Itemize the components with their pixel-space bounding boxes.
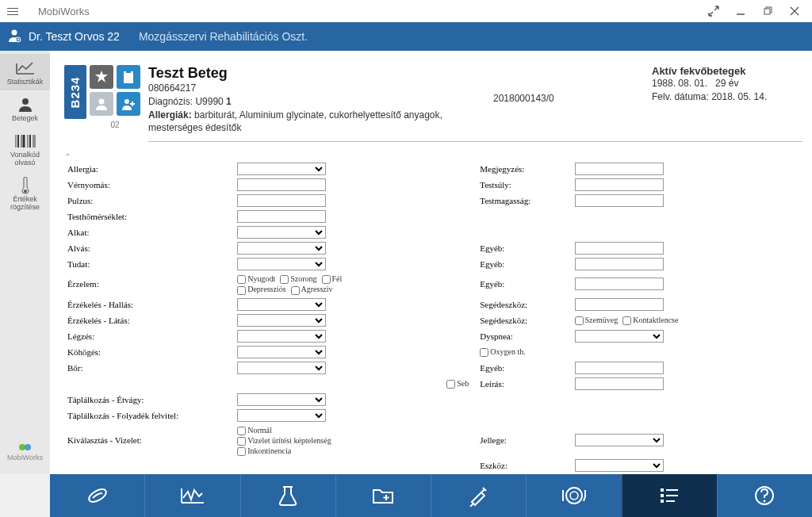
select-dyspnea[interactable] [575, 330, 664, 343]
svg-point-20 [86, 487, 108, 504]
svg-rect-27 [666, 495, 678, 496]
cb-fel[interactable] [322, 275, 331, 284]
select-legzes[interactable] [237, 330, 326, 343]
cb-nyugodt[interactable] [237, 275, 246, 284]
favorite-icon[interactable] [90, 65, 113, 89]
label-vernyomas: Vérnyomás: [64, 177, 234, 193]
cb-kontaktlencse[interactable] [622, 316, 631, 325]
admission-date: Felv. dátuma: 2018. 05. 14. [652, 90, 802, 104]
case-number: 2018000143/0 [493, 92, 554, 105]
patient-person-icon[interactable] [90, 92, 113, 116]
input-pulzus[interactable] [237, 194, 326, 207]
label-testmagassag: Testmagasság: [477, 193, 571, 209]
department-name: Mozgásszervi Rehabilitációs Oszt. [139, 30, 308, 43]
select-tudat[interactable] [237, 258, 326, 270]
input-vernyomas[interactable] [237, 178, 326, 191]
input-testsuly[interactable] [575, 178, 664, 191]
cb-vizelet-urites[interactable] [237, 437, 246, 446]
select-latas[interactable] [237, 314, 326, 327]
cb-szorong[interactable] [280, 275, 289, 284]
svg-point-19 [124, 99, 129, 104]
tab-form[interactable] [622, 474, 717, 517]
label-etvagy: Táplálkozás - Étvágy: [64, 392, 234, 408]
tab-lab[interactable] [240, 474, 335, 517]
svg-point-13 [24, 190, 27, 193]
patient-status: Aktív fekvőbetegek [652, 65, 802, 77]
label-egyeb1: Egyéb: [477, 240, 571, 256]
clipboard-icon[interactable] [117, 65, 140, 89]
input-testmagassag[interactable] [575, 194, 664, 207]
nav-values-label: Értékek rögzítése [0, 195, 50, 211]
svg-point-2 [12, 29, 17, 35]
restore-icon[interactable] [761, 5, 774, 17]
tab-injection[interactable] [431, 474, 526, 517]
label-folyadek: Táplálkozás - Folyadék felvitel: [64, 408, 234, 423]
label-erzelem: Érzelem: [64, 272, 234, 296]
select-eszkoz[interactable] [575, 459, 664, 472]
bottom-tabs [50, 474, 812, 517]
cb-depresszios[interactable] [237, 286, 246, 295]
minimize-icon[interactable] [734, 5, 747, 17]
nav-stats-label: Statisztikák [7, 78, 44, 86]
cb-szemuveg[interactable] [575, 316, 584, 325]
label-dyspnea: Dyspnea: [477, 328, 571, 344]
add-patient-icon[interactable] [117, 92, 140, 116]
tab-vitals[interactable] [144, 474, 239, 517]
input-segedeszk1[interactable] [575, 298, 664, 311]
close-icon[interactable] [788, 5, 801, 17]
label-allergia: Allergia: [64, 161, 234, 177]
cb-vizelet-normal[interactable] [237, 427, 246, 435]
label-pulzus: Pulzus: [64, 193, 234, 209]
select-jellege[interactable] [575, 434, 664, 446]
label-segedeszk1: Segédeszköz: [477, 297, 571, 312]
label-kohoges: Köhögés: [64, 344, 234, 360]
svg-point-21 [566, 488, 582, 504]
select-kohoges[interactable] [237, 346, 326, 358]
input-megjegyzes[interactable] [575, 163, 664, 175]
select-bor[interactable] [237, 362, 326, 374]
expand-icon[interactable] [707, 5, 720, 17]
hamburger-menu[interactable] [3, 8, 22, 15]
cb-seb[interactable] [446, 380, 455, 389]
patient-count: 02 [90, 121, 140, 129]
nav-barcode[interactable]: Vonalkód olvasó [0, 127, 50, 171]
patient-diagnosis: Diagnózis: U9990 1 [148, 95, 462, 109]
svg-point-18 [99, 99, 105, 105]
select-alvas[interactable] [237, 242, 326, 255]
thermometer-icon [20, 176, 31, 195]
app-logo: MobiWorks [7, 436, 43, 474]
nav-patients[interactable]: Betegek [0, 90, 50, 127]
input-leiras[interactable] [575, 377, 664, 390]
input-egyeb1[interactable] [575, 242, 664, 255]
nav-stats[interactable]: Statisztikák [0, 54, 50, 90]
input-testhom[interactable] [237, 210, 326, 223]
select-hallas[interactable] [237, 298, 326, 311]
svg-rect-24 [661, 494, 664, 497]
patient-dob: 1988. 08. 01. 29 év [652, 77, 802, 90]
app-logo-label: MobiWorks [7, 454, 43, 461]
select-allergia[interactable] [237, 163, 326, 175]
tab-nutrition[interactable] [526, 474, 621, 517]
cb-vizelet-inkont[interactable] [237, 447, 246, 456]
svg-point-4 [22, 98, 29, 105]
label-testsuly: Testsúly: [477, 177, 571, 193]
label-jellege: Jellege: [477, 423, 571, 458]
nav-values[interactable]: Értékek rögzítése [0, 171, 50, 216]
svg-rect-16 [124, 71, 133, 83]
input-egyeb3[interactable] [575, 278, 664, 290]
label-tudat: Tudat: [64, 256, 234, 272]
select-alkat[interactable] [237, 226, 326, 239]
tab-medication[interactable] [50, 474, 144, 517]
cb-oxygen[interactable] [480, 348, 488, 357]
select-etvagy[interactable] [237, 393, 326, 406]
tab-help[interactable] [717, 474, 812, 517]
form-scroll-area[interactable]: " Allergia:Megjegyzés: Vérnyomás:Testsúl… [50, 148, 812, 474]
input-egyeb4[interactable] [575, 362, 664, 374]
cb-agressziv[interactable] [291, 286, 300, 295]
tab-documents[interactable] [335, 474, 431, 517]
patient-ssn: 080664217 [148, 82, 462, 95]
input-egyeb2[interactable] [575, 258, 664, 270]
svg-point-14 [19, 444, 25, 450]
select-folyadek[interactable] [237, 409, 326, 422]
label-legzes: Légzés: [64, 328, 234, 344]
